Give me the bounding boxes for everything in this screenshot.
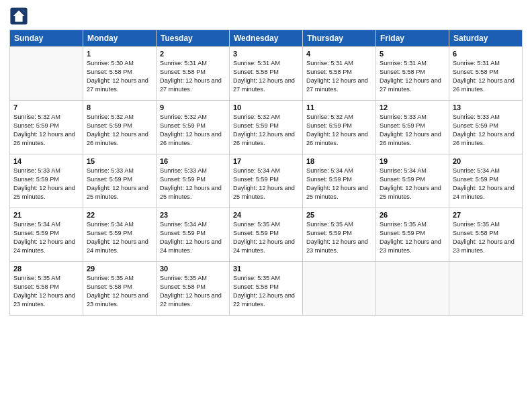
day-number: 9 [160,103,226,111]
day-cell: 23Sunrise: 5:34 AMSunset: 5:59 PMDayligh… [157,208,230,262]
day-cell: 21Sunrise: 5:34 AMSunset: 5:59 PMDayligh… [10,208,83,262]
sunrise-text: Sunrise: 5:33 AM [13,167,79,175]
daylight-text: Daylight: 12 hours and 26 minutes. [13,130,79,148]
daylight-text: Daylight: 12 hours and 24 minutes. [13,238,79,255]
sunrise-text: Sunrise: 5:31 AM [306,59,372,68]
sunrise-text: Sunrise: 5:30 AM [87,59,152,68]
daylight-text: Daylight: 12 hours and 27 minutes. [306,77,372,94]
sunrise-text: Sunrise: 5:35 AM [233,220,299,229]
day-cell: 29Sunrise: 5:35 AMSunset: 5:58 PMDayligh… [83,262,157,316]
day-number: 22 [87,211,152,219]
day-number: 28 [13,265,79,273]
daylight-text: Daylight: 12 hours and 22 minutes. [233,291,299,309]
sunset-text: Sunset: 5:59 PM [13,175,79,184]
sunset-text: Sunset: 5:58 PM [160,68,226,77]
daylight-text: Daylight: 12 hours and 25 minutes. [160,184,226,201]
sunrise-text: Sunrise: 5:35 AM [233,274,299,283]
sunset-text: Sunset: 5:58 PM [87,68,152,77]
day-cell: 31Sunrise: 5:35 AMSunset: 5:58 PMDayligh… [230,262,303,316]
sunrise-text: Sunrise: 5:32 AM [13,113,79,122]
day-cell: 26Sunrise: 5:35 AMSunset: 5:59 PMDayligh… [376,208,449,262]
sunrise-text: Sunrise: 5:34 AM [380,167,445,175]
daylight-text: Daylight: 12 hours and 25 minutes. [306,184,372,201]
daylight-text: Daylight: 12 hours and 24 minutes. [453,184,519,201]
sunset-text: Sunset: 5:59 PM [306,175,372,184]
sunset-text: Sunset: 5:59 PM [13,122,79,130]
sunset-text: Sunset: 5:59 PM [233,175,299,184]
sunset-text: Sunset: 5:59 PM [453,175,519,184]
day-number: 18 [306,157,372,165]
daylight-text: Daylight: 12 hours and 26 minutes. [87,130,152,148]
day-number: 20 [453,157,519,165]
col-header-friday: Friday [376,30,449,47]
day-number: 11 [306,103,372,111]
sunrise-text: Sunrise: 5:31 AM [380,59,445,68]
daylight-text: Daylight: 12 hours and 25 minutes. [13,184,79,201]
day-number: 5 [380,50,445,58]
logo [9,7,31,26]
sunrise-text: Sunrise: 5:35 AM [160,274,226,283]
sunrise-text: Sunrise: 5:31 AM [453,59,519,68]
sunset-text: Sunset: 5:59 PM [233,229,299,238]
day-number: 26 [380,211,445,219]
daylight-text: Daylight: 12 hours and 25 minutes. [380,184,445,201]
col-header-wednesday: Wednesday [230,30,303,47]
day-number: 23 [160,211,226,219]
col-header-monday: Monday [83,30,157,47]
sunset-text: Sunset: 5:58 PM [13,283,79,291]
day-number: 6 [453,50,519,58]
day-cell: 19Sunrise: 5:34 AMSunset: 5:59 PMDayligh… [376,154,449,208]
sunrise-text: Sunrise: 5:33 AM [453,113,519,122]
daylight-text: Daylight: 12 hours and 23 minutes. [306,238,372,255]
sunrise-text: Sunrise: 5:35 AM [306,220,372,229]
sunset-text: Sunset: 5:58 PM [160,283,226,291]
day-number: 31 [233,265,299,273]
day-cell: 25Sunrise: 5:35 AMSunset: 5:59 PMDayligh… [303,208,376,262]
daylight-text: Daylight: 12 hours and 24 minutes. [87,238,152,255]
day-cell [303,262,376,316]
daylight-text: Daylight: 12 hours and 25 minutes. [233,184,299,201]
sunset-text: Sunset: 5:59 PM [87,122,152,130]
day-cell: 27Sunrise: 5:35 AMSunset: 5:58 PMDayligh… [449,208,523,262]
daylight-text: Daylight: 12 hours and 27 minutes. [233,77,299,94]
daylight-text: Daylight: 12 hours and 22 minutes. [160,291,226,309]
day-number: 15 [87,157,152,165]
col-header-sunday: Sunday [10,30,83,47]
week-row-1: 1Sunrise: 5:30 AMSunset: 5:58 PMDaylight… [10,47,523,101]
day-cell: 24Sunrise: 5:35 AMSunset: 5:59 PMDayligh… [230,208,303,262]
sunrise-text: Sunrise: 5:32 AM [87,113,152,122]
day-number: 16 [160,157,226,165]
daylight-text: Daylight: 12 hours and 23 minutes. [87,291,152,309]
sunrise-text: Sunrise: 5:34 AM [160,220,226,229]
sunset-text: Sunset: 5:59 PM [380,229,445,238]
daylight-text: Daylight: 12 hours and 23 minutes. [380,238,445,255]
day-cell: 22Sunrise: 5:34 AMSunset: 5:59 PMDayligh… [83,208,157,262]
sunset-text: Sunset: 5:58 PM [453,68,519,77]
day-cell: 9Sunrise: 5:32 AMSunset: 5:59 PMDaylight… [157,101,230,154]
daylight-text: Daylight: 12 hours and 24 minutes. [160,238,226,255]
day-cell: 13Sunrise: 5:33 AMSunset: 5:59 PMDayligh… [449,101,523,154]
day-cell: 30Sunrise: 5:35 AMSunset: 5:58 PMDayligh… [157,262,230,316]
sunrise-text: Sunrise: 5:35 AM [380,220,445,229]
daylight-text: Daylight: 12 hours and 27 minutes. [87,77,152,94]
day-number: 4 [306,50,372,58]
sunset-text: Sunset: 5:59 PM [380,122,445,130]
week-row-2: 7Sunrise: 5:32 AMSunset: 5:59 PMDaylight… [10,101,523,154]
day-number: 27 [453,211,519,219]
day-number: 8 [87,103,152,111]
sunset-text: Sunset: 5:59 PM [160,229,226,238]
sunset-text: Sunset: 5:58 PM [453,229,519,238]
sunrise-text: Sunrise: 5:35 AM [13,274,79,283]
daylight-text: Daylight: 12 hours and 26 minutes. [453,130,519,148]
sunrise-text: Sunrise: 5:35 AM [453,220,519,229]
day-number: 7 [13,103,79,111]
day-cell: 7Sunrise: 5:32 AMSunset: 5:59 PMDaylight… [10,101,83,154]
daylight-text: Daylight: 12 hours and 26 minutes. [233,130,299,148]
header [9,7,523,26]
sunrise-text: Sunrise: 5:31 AM [233,59,299,68]
day-cell: 1Sunrise: 5:30 AMSunset: 5:58 PMDaylight… [83,47,157,101]
day-cell [10,47,83,101]
day-cell: 2Sunrise: 5:31 AMSunset: 5:58 PMDaylight… [157,47,230,101]
day-number: 2 [160,50,226,58]
day-number: 29 [87,265,152,273]
